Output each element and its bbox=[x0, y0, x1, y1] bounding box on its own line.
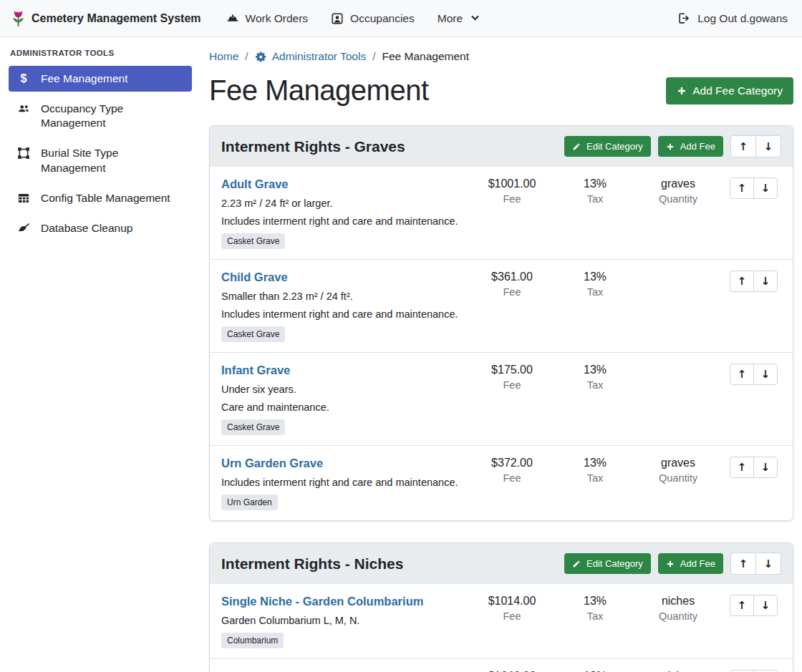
fee-quantity-column: graves Quantity bbox=[637, 457, 720, 484]
fee-row: Companion Niche - Garden Columbarium Gar… bbox=[210, 658, 793, 672]
add-fee-category-button[interactable]: Add Fee Category bbox=[666, 77, 793, 104]
fee-description: Garden Columbarium L, M, N. bbox=[221, 615, 465, 626]
users-icon bbox=[16, 102, 32, 115]
nav-work-orders[interactable]: Work Orders bbox=[217, 6, 318, 31]
fee-description: Includes interment right and care and ma… bbox=[221, 215, 465, 227]
sidebar-item-label: Burial Site Type Management bbox=[41, 146, 185, 175]
sidebar-item-fee-management[interactable]: $ Fee Management bbox=[9, 66, 192, 92]
arrow-up-icon: ↑ bbox=[738, 182, 747, 195]
fee-name-link[interactable]: Urn Garden Grave bbox=[221, 457, 323, 470]
edit-category-label: Edit Category bbox=[586, 558, 643, 569]
nav-more[interactable]: More bbox=[428, 6, 489, 31]
plus-icon bbox=[677, 86, 687, 96]
table-icon bbox=[16, 192, 32, 205]
sidebar-item-occupancy-type-management[interactable]: Occupancy Type Management bbox=[9, 96, 192, 136]
plus-icon bbox=[666, 142, 675, 151]
logout-icon bbox=[677, 11, 691, 25]
move-fee-up-button[interactable]: ↑ bbox=[730, 595, 754, 616]
breadcrumb-separator: / bbox=[245, 50, 248, 63]
arrow-up-icon: ↑ bbox=[738, 461, 747, 474]
fee-amount: $1014.00 bbox=[470, 595, 554, 608]
move-category-down-button[interactable]: ↓ bbox=[755, 552, 781, 575]
arrow-down-icon: ↓ bbox=[761, 368, 770, 381]
fee-description: Includes interment right and care and ma… bbox=[221, 308, 465, 320]
breadcrumb-current: Fee Management bbox=[382, 50, 470, 63]
move-fee-up-button[interactable]: ↑ bbox=[730, 457, 754, 478]
plus-icon bbox=[666, 560, 675, 568]
fee-amount-column: $175.00 Fee bbox=[470, 364, 554, 391]
nav-more-label: More bbox=[438, 12, 463, 25]
move-category-up-button[interactable]: ↑ bbox=[730, 135, 756, 157]
fee-quantity-label: Quantity bbox=[637, 472, 720, 484]
move-fee-up-button[interactable]: ↑ bbox=[730, 364, 754, 385]
add-fee-category-label: Add Fee Category bbox=[692, 84, 783, 97]
fee-quantity: graves bbox=[637, 457, 720, 469]
sidebar-item-label: Config Table Management bbox=[41, 191, 170, 205]
fee-row: Single Niche - Garden Columbarium Garden… bbox=[210, 584, 793, 658]
edit-category-button[interactable]: Edit Category bbox=[564, 553, 651, 574]
add-fee-label: Add Fee bbox=[680, 141, 715, 152]
breadcrumb: Home / Administrator Tools / Fee Managem… bbox=[209, 50, 793, 63]
fee-category-card: Interment Rights - Graves Edit Category … bbox=[209, 125, 793, 521]
sidebar-item-config-table-management[interactable]: Config Table Management bbox=[9, 185, 192, 211]
move-fee-down-button[interactable]: ↓ bbox=[753, 364, 778, 385]
hard-hat-icon bbox=[226, 12, 239, 25]
move-fee-down-button[interactable]: ↓ bbox=[753, 177, 778, 199]
add-fee-button[interactable]: Add Fee bbox=[658, 136, 723, 157]
move-fee-down-button[interactable]: ↓ bbox=[753, 595, 778, 616]
move-category-up-button[interactable]: ↑ bbox=[730, 552, 756, 575]
page-title: Fee Management bbox=[209, 74, 429, 107]
fee-amount: $372.00 bbox=[470, 457, 554, 469]
fee-description: 2.23 m² / 24 ft² or larger. bbox=[221, 198, 465, 209]
nav-work-orders-label: Work Orders bbox=[246, 12, 309, 25]
fee-type-badge: Casket Grave bbox=[221, 419, 285, 435]
fee-type-badge: Columbarium bbox=[221, 633, 284, 648]
fee-reorder-group: ↑ ↓ bbox=[730, 271, 781, 292]
fee-amount-column: $1014.00 Fee bbox=[470, 595, 554, 622]
breadcrumb-separator: / bbox=[372, 50, 375, 63]
app-brand[interactable]: Cemetery Management System bbox=[11, 9, 201, 27]
fee-name-link[interactable]: Child Grave bbox=[221, 271, 288, 284]
top-navbar: Cemetery Management System Work Orders bbox=[0, 0, 802, 37]
sidebar-item-database-cleanup[interactable]: Database Cleanup bbox=[9, 215, 192, 241]
fee-amount: $175.00 bbox=[470, 364, 554, 376]
fee-amount: $1001.00 bbox=[470, 177, 554, 190]
fee-amount-column: $361.00 Fee bbox=[470, 271, 554, 298]
fee-quantity: graves bbox=[637, 177, 720, 190]
move-fee-down-button[interactable]: ↓ bbox=[753, 271, 778, 292]
move-fee-up-button[interactable]: ↑ bbox=[730, 271, 754, 292]
fee-tax: 13% bbox=[554, 271, 637, 283]
nav-occupancies[interactable]: Occupancies bbox=[322, 6, 424, 31]
fee-name-link[interactable]: Adult Grave bbox=[221, 177, 289, 191]
fee-tax-label: Tax bbox=[554, 610, 637, 622]
fee-row: Infant Grave Under six years. Care and m… bbox=[210, 352, 793, 445]
fee-amount-label: Fee bbox=[470, 610, 554, 622]
sidebar-item-label: Database Cleanup bbox=[41, 221, 132, 235]
dollar-icon: $ bbox=[16, 72, 32, 84]
breadcrumb-home-link[interactable]: Home bbox=[209, 50, 238, 63]
arrow-up-icon: ↑ bbox=[739, 557, 748, 570]
fee-name-link[interactable]: Infant Grave bbox=[221, 364, 290, 377]
fee-quantity-label: Quantity bbox=[637, 193, 720, 205]
fee-tax-column: 13% Tax bbox=[554, 364, 637, 391]
fee-tax-label: Tax bbox=[554, 379, 637, 391]
fee-amount-label: Fee bbox=[470, 379, 554, 391]
move-fee-down-button[interactable]: ↓ bbox=[753, 457, 778, 478]
edit-category-button[interactable]: Edit Category bbox=[564, 136, 651, 157]
fee-reorder-group: ↑ ↓ bbox=[730, 177, 781, 199]
sidebar-item-label: Fee Management bbox=[41, 72, 128, 86]
gear-icon bbox=[255, 51, 267, 63]
breadcrumb-admin-tools-link[interactable]: Administrator Tools bbox=[255, 50, 367, 63]
add-fee-button[interactable]: Add Fee bbox=[658, 553, 723, 574]
move-category-down-button[interactable]: ↓ bbox=[755, 135, 781, 157]
logout-label: Log Out d.gowans bbox=[697, 12, 788, 25]
fee-reorder-group: ↑ ↓ bbox=[730, 595, 781, 616]
fee-tax-column: 13% Tax bbox=[554, 595, 637, 622]
fee-name-link[interactable]: Single Niche - Garden Columbarium bbox=[221, 595, 423, 608]
category-reorder-group: ↑ ↓ bbox=[730, 135, 781, 157]
move-fee-up-button[interactable]: ↑ bbox=[730, 177, 754, 199]
logout-button[interactable]: Log Out d.gowans bbox=[675, 6, 791, 31]
breadcrumb-admin-tools-label: Administrator Tools bbox=[272, 50, 367, 63]
category-title: Interment Rights - Niches bbox=[221, 555, 403, 573]
sidebar-item-burial-site-type-management[interactable]: Burial Site Type Management bbox=[9, 140, 192, 180]
